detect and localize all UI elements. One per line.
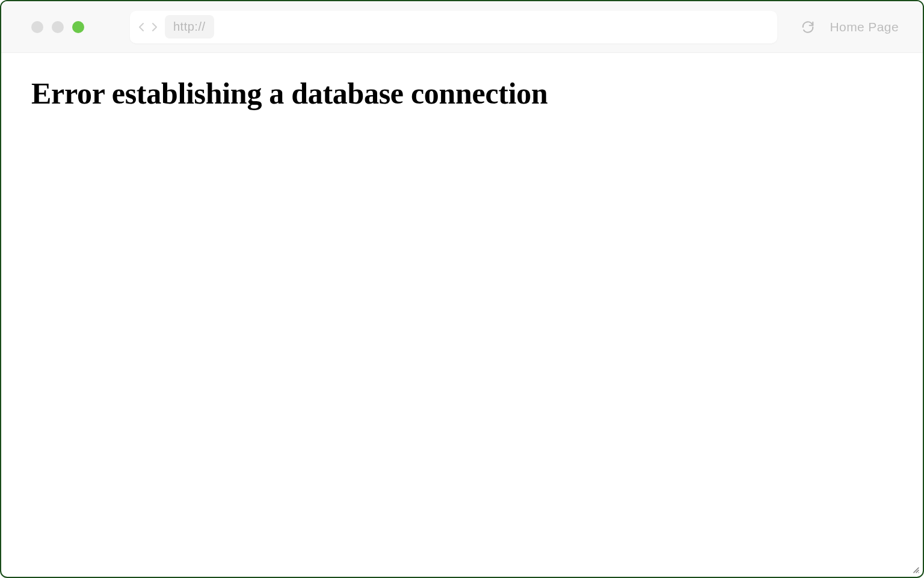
browser-window: http:// Home Page Error establishing a d… [0,0,924,578]
browser-toolbar: http:// Home Page [1,1,923,53]
address-bar: http:// [130,11,777,43]
url-input[interactable] [220,20,770,34]
resize-handle-icon[interactable] [911,565,919,573]
maximize-window-button[interactable] [72,21,84,33]
error-heading: Error establishing a database connection [31,76,893,111]
forward-icon[interactable] [150,21,159,33]
toolbar-right: Home Page [801,20,899,34]
home-page-link[interactable]: Home Page [830,20,899,34]
back-icon[interactable] [137,21,146,33]
minimize-window-button[interactable] [52,21,64,33]
page-content: Error establishing a database connection [1,53,923,134]
window-controls [31,21,84,33]
nav-arrows [137,21,159,33]
close-window-button[interactable] [31,21,43,33]
url-protocol-chip: http:// [165,15,214,39]
refresh-icon[interactable] [801,20,815,34]
